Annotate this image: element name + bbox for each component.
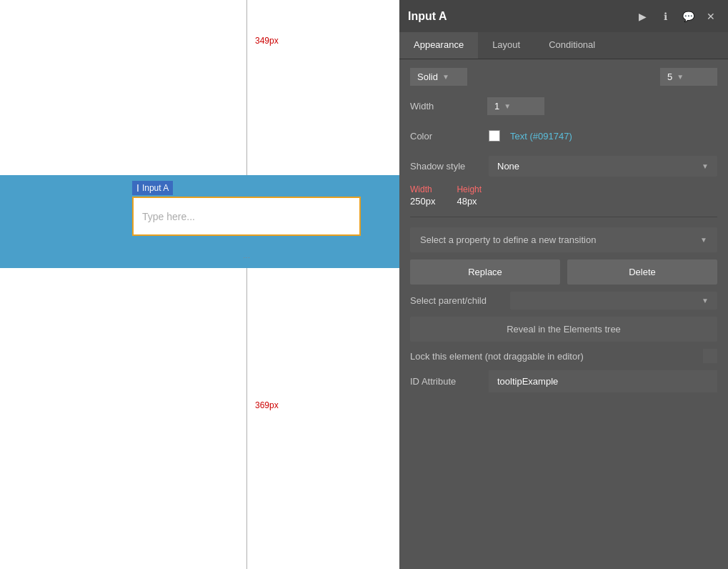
panel-title: Input A [408, 10, 447, 23]
play-icon[interactable]: ▶ [634, 8, 651, 25]
dropdown-arrow-number: ▼ [677, 73, 684, 81]
dropdown-arrow-parent: ▼ [702, 297, 709, 305]
info-icon[interactable]: ℹ [657, 8, 674, 25]
properties-panel: Input A ▶ ℹ 💬 ✕ Appearance Layout Condit… [399, 0, 728, 569]
id-attribute-row: ID Attribute [410, 370, 717, 392]
lock-label: Lock this element (not draggable in edit… [410, 351, 584, 362]
lock-row: Lock this element (not draggable in edit… [410, 349, 717, 363]
border-style-dropdown[interactable]: Solid ▼ [410, 68, 467, 86]
tab-appearance[interactable]: Appearance [399, 32, 478, 59]
shadow-style-row: Shadow style None ▼ [410, 154, 717, 177]
width-row: Width 1 ▼ [410, 94, 717, 117]
width-dropdown[interactable]: 1 ▼ [487, 97, 544, 115]
dim-height-label: Height [457, 184, 482, 194]
id-attribute-input[interactable] [489, 370, 717, 392]
guide-vertical [246, 0, 247, 569]
select-parent-dropdown[interactable]: ▼ [510, 292, 717, 310]
panel-header: Input A ▶ ℹ 💬 ✕ [399, 0, 728, 32]
reveal-button[interactable]: Reveal in the Elements tree [410, 317, 717, 342]
divider-1 [410, 217, 717, 217]
dropdown-arrow-shadow: ▼ [702, 162, 709, 170]
select-parent-label: Select parent/child [410, 295, 503, 306]
shadow-label: Shadow style [410, 161, 482, 172]
transition-dropdown[interactable]: Select a property to define a new transi… [410, 227, 717, 252]
dropdown-arrow-transition: ▼ [700, 236, 707, 244]
canvas-input-element[interactable]: Type here... [132, 197, 361, 236]
height-dimension: Height 48px [457, 184, 482, 207]
border-style-row: Solid ▼ 5 ▼ [410, 68, 717, 86]
shadow-dropdown[interactable]: None ▼ [489, 156, 717, 177]
dim-width-label: Width [410, 184, 435, 194]
color-swatch[interactable] [489, 130, 500, 142]
width-label: Width [410, 101, 482, 112]
tab-layout[interactable]: Layout [478, 32, 534, 59]
delete-button[interactable]: Delete [567, 259, 717, 284]
canvas-element-name: Input A [142, 183, 169, 193]
input-placeholder-text: Type here... [142, 211, 195, 222]
replace-button[interactable]: Replace [410, 259, 560, 284]
color-value-link[interactable]: Text (#091747) [510, 131, 572, 142]
tab-conditional[interactable]: Conditional [534, 32, 609, 59]
panel-icon-group: ▶ ℹ 💬 ✕ [634, 8, 719, 25]
comment-icon[interactable]: 💬 [679, 8, 697, 25]
id-attribute-label: ID Attribute [410, 376, 482, 387]
dimension-row: Width 250px Height 48px [410, 184, 717, 207]
action-buttons: Replace Delete [410, 259, 717, 284]
measure-label-369: 369px [255, 400, 279, 410]
resize-handle[interactable]: ⋯ [243, 254, 247, 258]
canvas-element-label[interactable]: I Input A [132, 181, 173, 195]
canvas-background: 349px 369px I Input A Type here... ⋯ [0, 0, 400, 569]
panel-content: Solid ▼ 5 ▼ Width 1 ▼ Color Text (#09174… [399, 59, 728, 569]
measure-label-349: 349px [255, 36, 279, 46]
color-label: Color [410, 131, 482, 142]
width-dimension: Width 250px [410, 184, 435, 207]
dim-width-value: 250px [410, 196, 435, 207]
close-icon[interactable]: ✕ [702, 8, 719, 25]
dropdown-arrow-border: ▼ [442, 73, 449, 81]
lock-checkbox[interactable] [703, 349, 717, 363]
color-row: Color Text (#091747) [410, 124, 717, 147]
canvas-area: 349px 369px I Input A Type here... ⋯ [0, 0, 400, 569]
select-parent-row: Select parent/child ▼ [410, 292, 717, 310]
dropdown-arrow-width: ▼ [504, 102, 511, 110]
dim-height-value: 48px [457, 196, 482, 207]
border-number-dropdown[interactable]: 5 ▼ [660, 68, 717, 86]
text-cursor-icon: I [136, 182, 139, 194]
panel-tabs: Appearance Layout Conditional [399, 32, 728, 59]
